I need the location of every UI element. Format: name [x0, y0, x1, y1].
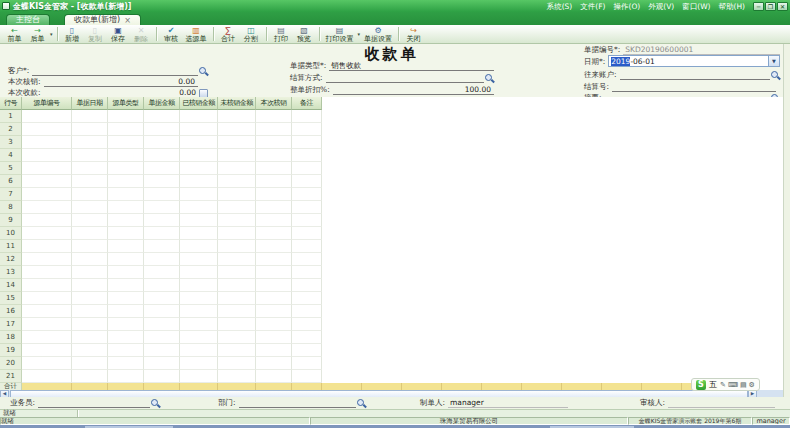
grid-cell[interactable]: [72, 266, 108, 279]
grid-cell[interactable]: [22, 188, 72, 201]
grid-cell[interactable]: [144, 370, 180, 383]
grid-cell[interactable]: [108, 188, 144, 201]
打印设置-button[interactable]: ▤打印设置: [323, 25, 357, 43]
分割-button[interactable]: ◫分割: [240, 25, 263, 43]
grid-cell[interactable]: [22, 214, 72, 227]
grid-cell[interactable]: [22, 253, 72, 266]
grid-cell[interactable]: [108, 123, 144, 136]
grid-cell[interactable]: [108, 292, 144, 305]
settle-method-input[interactable]: [326, 73, 484, 83]
grid-cell[interactable]: [218, 227, 256, 240]
grid-cell[interactable]: [22, 279, 72, 292]
grid-cell[interactable]: [144, 279, 180, 292]
grid-cell[interactable]: [180, 318, 218, 331]
grid-cell[interactable]: [256, 266, 292, 279]
grid-cell[interactable]: [292, 136, 322, 149]
tab-main-console[interactable]: 主控台: [6, 14, 50, 25]
settle-method-lookup-icon[interactable]: [484, 73, 494, 83]
grid-row-number[interactable]: 7: [0, 188, 22, 201]
grid-cell[interactable]: [180, 357, 218, 370]
grid-cell[interactable]: [180, 331, 218, 344]
grid-cell[interactable]: [256, 292, 292, 305]
grid-cell[interactable]: [144, 188, 180, 201]
grid-cell[interactable]: [292, 188, 322, 201]
grid-cell[interactable]: [180, 279, 218, 292]
grid-cell[interactable]: [144, 253, 180, 266]
grid-cell[interactable]: [256, 175, 292, 188]
单据设置-button[interactable]: ⚙单据设置: [361, 25, 395, 43]
bill-type-input[interactable]: 销售收款: [329, 61, 494, 71]
grid-cell[interactable]: [292, 292, 322, 305]
grid-cell[interactable]: [180, 344, 218, 357]
grid-column-header[interactable]: 备注: [292, 97, 322, 110]
grid-column-header[interactable]: 行号: [0, 97, 22, 110]
grid-cell[interactable]: [292, 253, 322, 266]
menu-item[interactable]: 操作(O): [609, 1, 644, 12]
grid-cell[interactable]: [22, 162, 72, 175]
keyboard-icon[interactable]: ⌨: [728, 380, 738, 390]
grid-cell[interactable]: [108, 175, 144, 188]
grid-row-number[interactable]: 2: [0, 123, 22, 136]
grid-cell[interactable]: [218, 292, 256, 305]
settings-icon[interactable]: ⚙: [749, 380, 755, 390]
grid-cell[interactable]: [22, 149, 72, 162]
tab-receipt-form[interactable]: 收款单(新增) ×: [64, 14, 141, 25]
grid-cell[interactable]: [292, 357, 322, 370]
ime-logo-icon[interactable]: S: [696, 380, 706, 390]
customer-lookup-icon[interactable]: [198, 66, 208, 76]
grid-cell[interactable]: [22, 201, 72, 214]
grid-column-header[interactable]: 源单类型: [108, 97, 144, 110]
grid-cell[interactable]: [108, 305, 144, 318]
grid-cell[interactable]: [256, 253, 292, 266]
grid-cell[interactable]: [292, 240, 322, 253]
预览-button[interactable]: ▧预览: [293, 25, 316, 43]
grid-cell[interactable]: [292, 370, 322, 383]
grid-cell[interactable]: [292, 214, 322, 227]
grid-cell[interactable]: [72, 318, 108, 331]
grid-column-header[interactable]: 源单编号: [22, 97, 72, 110]
grid-cell[interactable]: [256, 136, 292, 149]
grid-cell[interactable]: [180, 188, 218, 201]
grid-cell[interactable]: [256, 227, 292, 240]
grid-cell[interactable]: [108, 370, 144, 383]
grid-cell[interactable]: [108, 240, 144, 253]
grid-cell[interactable]: [144, 123, 180, 136]
grid-cell[interactable]: [218, 214, 256, 227]
grid-cell[interactable]: [108, 357, 144, 370]
grid-cell[interactable]: [256, 201, 292, 214]
grid-cell[interactable]: [180, 370, 218, 383]
grid-cell[interactable]: [72, 188, 108, 201]
grid-cell[interactable]: [72, 370, 108, 383]
grid-cell[interactable]: [256, 149, 292, 162]
grid-cell[interactable]: [22, 305, 72, 318]
新增-button[interactable]: ▯新增: [61, 25, 84, 43]
grid-cell[interactable]: [22, 344, 72, 357]
grid-cell[interactable]: [292, 266, 322, 279]
grid-row-number[interactable]: 19: [0, 344, 22, 357]
grid-cell[interactable]: [292, 305, 322, 318]
grid-cell[interactable]: [256, 279, 292, 292]
department-lookup-icon[interactable]: [356, 398, 366, 408]
grid-cell[interactable]: [108, 149, 144, 162]
grid-cell[interactable]: [292, 123, 322, 136]
打印-button[interactable]: ▤打印: [270, 25, 293, 43]
grid-cell[interactable]: [108, 162, 144, 175]
grid-cell[interactable]: [72, 136, 108, 149]
grid-cell[interactable]: [180, 149, 218, 162]
grid-cell[interactable]: [218, 136, 256, 149]
grid-cell[interactable]: [108, 214, 144, 227]
grid-row-number[interactable]: 5: [0, 162, 22, 175]
grid-cell[interactable]: [256, 188, 292, 201]
grid-row-number[interactable]: 9: [0, 214, 22, 227]
date-combobox[interactable]: 2019 -06-01 ▼: [608, 55, 780, 67]
grid-cell[interactable]: [218, 188, 256, 201]
ime-mode-label[interactable]: 五: [709, 380, 717, 390]
salesman-lookup-icon[interactable]: [150, 398, 160, 408]
department-input[interactable]: [239, 398, 356, 408]
grid-cell[interactable]: [180, 305, 218, 318]
grid-cell[interactable]: [144, 162, 180, 175]
grid-row-number[interactable]: 15: [0, 292, 22, 305]
grid-cell[interactable]: [144, 214, 180, 227]
grid-cell[interactable]: [144, 266, 180, 279]
后单-button[interactable]: →后单: [26, 25, 49, 43]
